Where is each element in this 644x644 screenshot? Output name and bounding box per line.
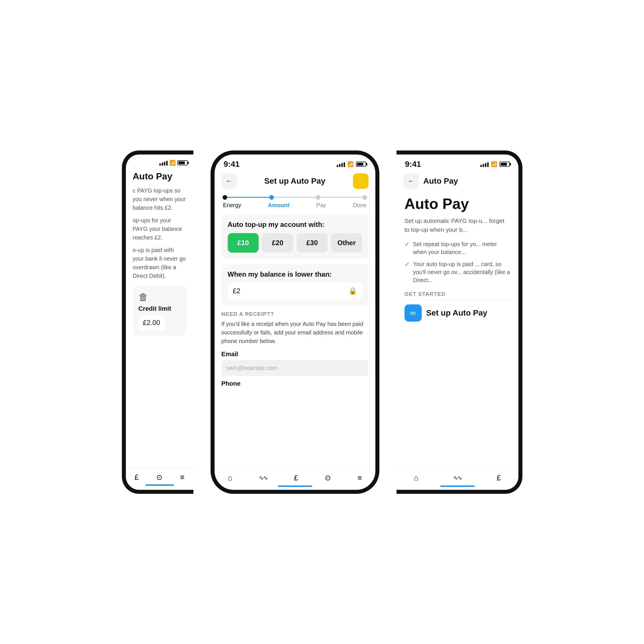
back-arrow-right: ← xyxy=(408,177,414,185)
credit-label: Credit limit xyxy=(138,305,181,312)
status-icons-right: 📶 xyxy=(480,161,510,167)
amount-card-title: Auto top-up my account with: xyxy=(228,221,362,229)
nav-indicator-right xyxy=(440,486,475,487)
step-label-3: Done xyxy=(353,202,367,209)
nav-icon-home-right[interactable]: ⌂ xyxy=(414,473,418,482)
lightning-button[interactable]: ⚡ xyxy=(353,173,368,189)
amount-option-30[interactable]: £30 xyxy=(297,233,328,253)
bottom-nav-center: ⌂ ∿∿ £ ⊙ ≡ xyxy=(215,469,375,490)
checkmark-0: ✓ xyxy=(405,241,410,248)
autopay-desc: Set up automatic PAYG top-u... forget to… xyxy=(405,216,510,234)
amount-20-label: £20 xyxy=(272,239,283,247)
amount-option-20[interactable]: £20 xyxy=(262,233,293,253)
step-line-2 xyxy=(320,197,362,198)
step-dot-3 xyxy=(362,195,367,200)
nav-icon-menu-left[interactable]: ≡ xyxy=(180,473,185,482)
nav-indicator-left xyxy=(145,484,174,486)
signal-icon-right xyxy=(480,161,489,167)
step-label-1: Amount xyxy=(268,202,290,209)
back-button-right[interactable]: ← xyxy=(403,173,419,189)
phone-right-wrapper: 9:41 📶 ← Auto Pay Auto Pay Set up automa… xyxy=(397,150,522,494)
left-page-title: Auto Pay xyxy=(126,168,193,182)
status-icons-center: 📶 xyxy=(337,161,366,167)
left-desc1: c PAYG top-ups so you never when your ba… xyxy=(133,186,187,212)
nav-icon-menu-center[interactable]: ≡ xyxy=(358,473,362,482)
step-label-0: Energy xyxy=(223,202,241,209)
wifi-icon-right: 📶 xyxy=(491,161,497,167)
battery-icon-left xyxy=(177,160,188,165)
nav-icon-activity-center[interactable]: ∿∿ xyxy=(259,474,267,481)
email-input[interactable]: sam@example.com xyxy=(221,360,368,376)
signal-icon-left xyxy=(159,160,168,166)
signal-icon-center xyxy=(337,161,345,167)
nav-icon-pound-right[interactable]: £ xyxy=(497,473,501,482)
progress-dots-row xyxy=(223,195,367,200)
balance-value: £2 xyxy=(233,287,241,295)
nav-icon-help-left[interactable]: ⊙ xyxy=(156,473,163,482)
check-list: ✓ Set repeat top-ups for yo... meter whe… xyxy=(405,240,510,284)
check-text-0: Set repeat top-ups for yo... meter when … xyxy=(413,240,510,256)
nav-indicator-center xyxy=(278,486,312,487)
nav-icon-pound-center[interactable]: £ xyxy=(294,473,298,482)
nav-icon-activity-right[interactable]: ∿∿ xyxy=(453,474,462,481)
email-label: Email xyxy=(221,350,368,358)
trash-icon: 🗑 xyxy=(138,292,181,303)
left-desc2: op-ups for your PAYG your balance reache… xyxy=(133,216,187,242)
status-bar-left: 📶 xyxy=(126,154,193,168)
time-right: 9:41 xyxy=(405,160,421,169)
setup-btn-label: Set up Auto Pay xyxy=(426,308,488,318)
step-line-0 xyxy=(227,197,269,198)
step-dot-2 xyxy=(316,195,320,200)
phone-left-wrapper: 📶 Auto Pay c PAYG top-ups so you never w… xyxy=(122,150,193,494)
left-main-content: c PAYG top-ups so you never when your ba… xyxy=(126,182,193,468)
status-bar-center: 9:41 📶 xyxy=(215,154,375,171)
progress-labels: Energy Amount Pay Done xyxy=(223,202,367,209)
credit-value: £2.00 xyxy=(143,319,160,326)
amount-10-label: £10 xyxy=(237,239,249,247)
credit-value-box: £2.00 xyxy=(138,315,165,330)
amount-option-other[interactable]: Other xyxy=(331,233,362,253)
get-started-label: GET STARTED xyxy=(405,291,510,297)
nav-header-center: ← Set up Auto Pay ⚡ xyxy=(215,171,375,191)
balance-input-row: £2 🔒 xyxy=(228,282,362,300)
check-text-1: Your auto top-up is paid ... card, so yo… xyxy=(413,260,510,284)
receipt-section: NEED A RECEIPT? If you'd like a receipt … xyxy=(221,311,368,387)
balance-title: When my balance is lower than: xyxy=(228,270,362,278)
receipt-text: If you'd like a receipt when your Auto P… xyxy=(221,320,368,345)
back-arrow-center: ← xyxy=(226,177,232,185)
center-main-content: Auto top-up my account with: £10 £20 £30… xyxy=(215,211,375,469)
check-item-0: ✓ Set repeat top-ups for yo... meter whe… xyxy=(405,240,510,256)
status-bar-right: 9:41 📶 xyxy=(397,154,518,171)
step-dot-1 xyxy=(269,195,274,200)
left-title-text: Auto Pay xyxy=(133,171,173,181)
progress-section: Energy Amount Pay Done xyxy=(215,191,375,211)
lock-icon: 🔒 xyxy=(348,287,357,295)
credit-card: 🗑 Credit limit £2.00 xyxy=(133,286,187,336)
amount-options-row: £10 £20 £30 Other xyxy=(228,233,362,253)
amount-30-label: £30 xyxy=(306,239,318,247)
amount-card: Auto top-up my account with: £10 £20 £30… xyxy=(221,214,368,259)
step-dot-0 xyxy=(223,195,227,200)
center-nav-title: Set up Auto Pay xyxy=(264,177,326,186)
nav-icon-help-center[interactable]: ⊙ xyxy=(325,473,331,482)
nav-icon-pound-left[interactable]: £ xyxy=(134,473,138,482)
setup-btn-icon-box: ∞ xyxy=(405,304,422,322)
left-desc3: o-up is paid with your bank ll never go … xyxy=(133,246,187,280)
wifi-icon-left: 📶 xyxy=(169,160,176,166)
step-label-2: Pay xyxy=(316,202,326,209)
autopay-title: Auto Pay xyxy=(405,195,510,212)
battery-icon-center xyxy=(356,162,366,167)
step-line-1 xyxy=(274,197,316,198)
setup-autopay-button[interactable]: ∞ Set up Auto Pay xyxy=(405,304,510,322)
right-nav-title: Auto Pay xyxy=(423,177,458,186)
right-main-content: Auto Pay Set up automatic PAYG top-u... … xyxy=(397,191,518,469)
time-center: 9:41 xyxy=(224,160,240,169)
phone-center: 9:41 📶 ← Set up Auto Pay ⚡ xyxy=(211,150,379,494)
back-button-center[interactable]: ← xyxy=(221,173,237,189)
checkmark-1: ✓ xyxy=(405,261,410,268)
battery-icon-right xyxy=(500,162,510,167)
check-item-1: ✓ Your auto top-up is paid ... card, so … xyxy=(405,260,510,284)
lightning-icon: ⚡ xyxy=(356,177,365,185)
nav-icon-home-center[interactable]: ⌂ xyxy=(228,473,232,482)
amount-option-10[interactable]: £10 xyxy=(228,233,259,253)
